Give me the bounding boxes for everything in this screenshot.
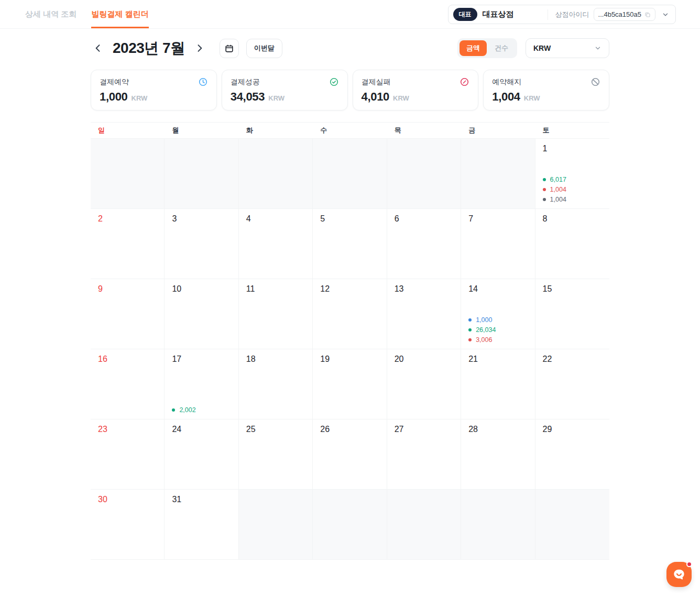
tab-billing-calendar[interactable]: 빌링결제 캘린더 (91, 0, 148, 28)
summary-card-value-row: 1,000KRW (100, 90, 208, 104)
calendar-day-cell: 19 (313, 349, 387, 419)
billing-calendar: 일월화수목금토 16,0171,0041,0042345678910111213… (91, 122, 609, 560)
day-number: 7 (468, 214, 527, 224)
entry-dot (543, 178, 546, 181)
divider (548, 9, 548, 20)
day-number: 2 (98, 214, 157, 224)
calendar-day-cell: 8 (535, 209, 609, 279)
calendar-cell-empty (165, 139, 238, 209)
day-entry-canceled: 1,004 (543, 196, 566, 203)
calendar-day-cell: 29 (535, 419, 609, 490)
this-month-button[interactable]: 이번달 (246, 39, 282, 58)
merchant-badge: 대표 (453, 8, 477, 21)
summary-card-header: 결제예약 (100, 77, 208, 87)
day-number: 10 (172, 284, 231, 294)
day-entry-success: 26,034 (468, 326, 496, 334)
calendar-day-cell: 15 (535, 279, 609, 349)
calendar-day-cell: 12 (313, 279, 387, 349)
calendar-cell-empty (461, 139, 535, 209)
slash-circle-icon (460, 77, 469, 87)
currency-value: KRW (533, 44, 551, 52)
summary-card-label: 결제실패 (362, 77, 391, 87)
top-nav-bar: 상세 내역 조회 빌링결제 캘린더 대표 대표상점 상점아이디 ...4b5ca… (0, 0, 700, 29)
calendar-toolbar: 2023년 7월 이번달 금액 건수 KRW (91, 38, 609, 58)
calendar-day-cell: 5 (313, 209, 387, 279)
prev-month-button[interactable] (91, 41, 105, 56)
toggle-count-button[interactable]: 건수 (488, 40, 515, 56)
calendar-day-cell: 7 (461, 209, 535, 279)
currency-select[interactable]: KRW (526, 38, 609, 58)
day-number: 26 (320, 425, 379, 434)
day-entry-list: 2,002 (172, 406, 195, 414)
day-number: 23 (98, 425, 157, 434)
day-number: 13 (395, 284, 453, 294)
merchant-selector[interactable]: 대표 대표상점 상점아이디 ...4b5ca150a5 (448, 5, 676, 24)
calendar-day-cell: 141,00026,0343,006 (461, 279, 535, 349)
day-number: 31 (172, 495, 231, 504)
entry-dot (172, 408, 175, 412)
calendar-cell-empty (313, 139, 387, 209)
calendar-day-cell: 26 (313, 419, 387, 490)
summary-card: 결제예약1,000KRW (91, 70, 217, 110)
day-number: 16 (98, 355, 157, 364)
weekday-header: 월 (165, 123, 238, 139)
calendar-cell-empty (239, 490, 313, 560)
weekday-header: 금 (461, 123, 535, 139)
day-number: 14 (468, 284, 527, 294)
day-number: 18 (246, 355, 305, 364)
summary-card-value-row: 34,053KRW (231, 90, 339, 104)
calendar-day-cell: 22 (535, 349, 609, 419)
entry-amount: 26,034 (476, 326, 496, 334)
day-number: 24 (172, 425, 231, 434)
summary-card-header: 예약해지 (492, 77, 600, 87)
calendar-day-cell: 3 (165, 209, 238, 279)
copy-icon[interactable] (644, 12, 651, 18)
calendar-day-cell: 23 (91, 419, 165, 490)
merchant-name: 대표상점 (483, 9, 548, 19)
summary-card-label: 예약해지 (492, 77, 521, 87)
day-number: 28 (468, 425, 527, 434)
weekday-header: 화 (239, 123, 313, 139)
entry-amount: 6,017 (550, 176, 566, 183)
day-entry-list: 1,00026,0343,006 (468, 316, 496, 344)
day-number: 5 (320, 214, 379, 224)
entry-amount: 1,000 (476, 316, 492, 324)
chat-widget-button[interactable] (666, 562, 692, 587)
next-month-button[interactable] (192, 41, 207, 56)
summary-card-unit: KRW (268, 94, 285, 102)
day-entry-success: 6,017 (543, 176, 566, 183)
clock-icon (198, 77, 208, 87)
calendar-day-cell: 4 (239, 209, 313, 279)
day-number: 27 (395, 425, 453, 434)
view-toggle: 금액 건수 (457, 38, 517, 58)
summary-card-value: 1,004 (492, 90, 520, 104)
toggle-amount-button[interactable]: 금액 (460, 40, 487, 56)
summary-card-value: 34,053 (231, 90, 265, 104)
calendar-day-cell: 16,0171,0041,004 (535, 139, 609, 209)
summary-card: 결제실패4,010KRW (353, 70, 479, 110)
date-picker-button[interactable] (220, 39, 239, 58)
check-circle-icon (329, 77, 339, 87)
summary-card: 결제성공34,053KRW (222, 70, 348, 110)
calendar-day-cell: 30 (91, 490, 165, 560)
entry-dot (468, 338, 472, 341)
calendar-day-cell: 10 (165, 279, 238, 349)
day-number: 19 (320, 355, 379, 364)
summary-card-unit: KRW (132, 94, 148, 102)
calendar-day-cell: 27 (387, 419, 461, 490)
store-id-pill[interactable]: ...4b5ca150a5 (594, 8, 655, 21)
day-number: 6 (395, 214, 453, 224)
chevron-down-icon[interactable] (662, 11, 669, 18)
day-entry-scheduled: 1,000 (468, 316, 496, 324)
day-number: 4 (246, 214, 305, 224)
calendar-day-cell: 13 (387, 279, 461, 349)
calendar-day-cell: 172,002 (165, 349, 238, 419)
day-number: 17 (172, 355, 231, 364)
calendar-day-cell: 25 (239, 419, 313, 490)
main-content: 2023년 7월 이번달 금액 건수 KRW 결제예약1,000KRW결제성공3… (91, 38, 609, 560)
tab-detail-history[interactable]: 상세 내역 조회 (25, 0, 76, 28)
day-number: 1 (543, 144, 602, 153)
summary-card-value-row: 4,010KRW (362, 90, 470, 104)
entry-amount: 2,002 (179, 406, 195, 414)
day-entry-failed: 3,006 (468, 336, 496, 344)
